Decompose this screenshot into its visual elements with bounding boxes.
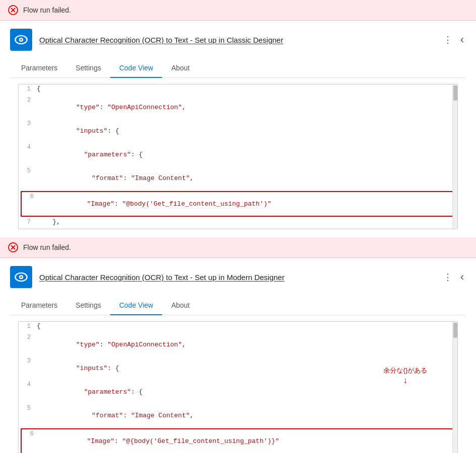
tabs-2: Parameters Settings Code View About	[10, 296, 466, 315]
line-content-1-1: {	[35, 85, 457, 93]
code-line-2-6: 6 "Image": "@{body('Get_file_content_usi…	[21, 428, 453, 453]
line-content-1-4: "parameters": {	[35, 143, 457, 166]
error-banner-1: Flow run failed.	[0, 0, 476, 21]
more-options-button-2[interactable]: ⋮	[441, 269, 454, 285]
line-content-2-6: "Image": "@{body('Get_file_content_using…	[38, 430, 452, 452]
tab-codeview-1[interactable]: Code View	[110, 59, 162, 78]
line-num-1-3: 3	[19, 120, 35, 127]
card-icon-1	[10, 29, 32, 51]
line-num-1-6: 6	[22, 193, 38, 200]
tabs-1: Parameters Settings Code View About	[10, 59, 466, 78]
back-icon-2: ‹	[460, 270, 464, 284]
line-num-2-5: 5	[19, 404, 35, 412]
svg-point-11	[20, 276, 22, 278]
line-num-2-6: 6	[22, 430, 38, 437]
tab-parameters-1[interactable]: Parameters	[12, 59, 66, 78]
scrollbar-1[interactable]	[452, 84, 457, 229]
error-circle-icon-1	[8, 5, 18, 15]
card-header-2: Optical Character Recognition (OCR) to T…	[10, 266, 466, 294]
card-title-plain-2: Optical Character Recognition (OCR) to T…	[39, 273, 195, 282]
line-content-1-6: "Image": "@body('Get_file_content_using_…	[38, 193, 452, 215]
card-actions-2: ⋮ ‹	[441, 268, 466, 286]
scrollbar-thumb-1	[453, 85, 457, 101]
line-num-2-2: 2	[19, 333, 35, 341]
code-line-2-1: 1 {	[19, 322, 457, 333]
back-button-2[interactable]: ‹	[458, 268, 466, 286]
error-message-1: Flow run failed.	[23, 6, 71, 14]
line-content-2-5: "format": "Image Content",	[35, 404, 457, 427]
card-2: Optical Character Recognition (OCR) to T…	[0, 258, 476, 453]
card-icon-2	[10, 266, 32, 288]
back-icon-1: ‹	[460, 33, 464, 46]
line-content-1-2: "type": "OpenApiConnection",	[35, 96, 457, 119]
line-num-1-1: 1	[19, 85, 35, 93]
line-content-2-2: "type": "OpenApiConnection",	[35, 333, 457, 356]
code-line-1-6: 6 "Image": "@body('Get_file_content_usin…	[21, 191, 453, 217]
tab-codeview-2[interactable]: Code View	[110, 296, 162, 315]
tab-settings-1[interactable]: Settings	[66, 59, 110, 78]
code-block-2: 余分な{}がある ↓ 1 { 2 "type": "OpenApiConnect…	[18, 321, 458, 453]
card-actions-1: ⋮ ‹	[441, 31, 466, 48]
line-content-1-3: "inputs": {	[35, 120, 457, 142]
card-title-2: Optical Character Recognition (OCR) to T…	[39, 273, 434, 282]
line-num-1-7: 7	[19, 218, 35, 226]
line-content-1-7: },	[35, 218, 457, 226]
scrollbar-2[interactable]	[452, 322, 457, 453]
code-block-1: 1 { 2 "type": "OpenApiConnection", 3 "in…	[18, 84, 458, 229]
tab-settings-2[interactable]: Settings	[66, 296, 110, 315]
more-options-button-1[interactable]: ⋮	[441, 32, 454, 47]
code-line-1-4: 4 "parameters": {	[19, 143, 457, 166]
line-num-2-1: 1	[19, 322, 35, 330]
ocr-icon-1	[14, 33, 28, 47]
line-num-2-3: 3	[19, 357, 35, 365]
scrollbar-thumb-2	[453, 323, 457, 338]
error-circle-icon-2	[8, 242, 18, 252]
tab-about-2[interactable]: About	[162, 296, 199, 315]
line-num-1-2: 2	[19, 96, 35, 104]
back-button-1[interactable]: ‹	[458, 31, 466, 48]
svg-point-5	[20, 39, 22, 41]
line-num-2-4: 4	[19, 381, 35, 388]
code-line-1-2: 2 "type": "OpenApiConnection",	[19, 96, 457, 119]
line-num-1-4: 4	[19, 143, 35, 151]
error-message-2: Flow run failed.	[23, 243, 71, 251]
line-content-2-1: {	[35, 322, 457, 330]
tab-about-1[interactable]: About	[162, 59, 199, 78]
code-line-1-5: 5 "format": "Image Content",	[19, 166, 457, 190]
card-1: Optical Character Recognition (OCR) to T…	[0, 21, 476, 229]
card-title-1: Optical Character Recognition (OCR) to T…	[39, 36, 434, 44]
tab-parameters-2[interactable]: Parameters	[12, 296, 66, 315]
card-header-1: Optical Character Recognition (OCR) to T…	[10, 29, 466, 57]
annotation-text-2: 余分な{}がある	[383, 366, 427, 375]
code-line-1-7: 7 },	[19, 218, 457, 229]
card-title-link-2: Set up in Modern Designer	[195, 273, 284, 282]
card-title-link-1: Set up in Classic Designer	[195, 36, 283, 44]
code-line-1-1: 1 {	[19, 84, 457, 96]
annotation-2: 余分な{}がある ↓	[383, 366, 427, 386]
ocr-icon-2	[14, 270, 28, 284]
code-line-2-2: 2 "type": "OpenApiConnection",	[19, 333, 457, 356]
more-icon-1: ⋮	[443, 34, 452, 45]
line-num-1-5: 5	[19, 167, 35, 174]
card-title-plain-1: Optical Character Recognition (OCR) to T…	[39, 36, 195, 44]
code-line-2-5: 5 "format": "Image Content",	[19, 404, 457, 427]
annotation-arrow-2: ↓	[383, 375, 427, 386]
code-line-1-3: 3 "inputs": {	[19, 119, 457, 143]
error-banner-2: Flow run failed.	[0, 237, 476, 258]
line-content-1-5: "format": "Image Content",	[35, 167, 457, 190]
more-icon-2: ⋮	[443, 271, 452, 283]
